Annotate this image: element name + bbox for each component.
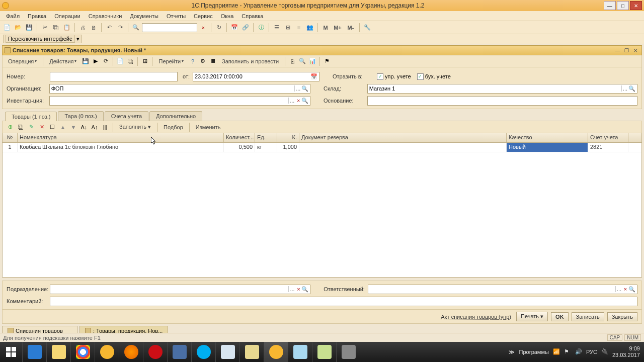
buh-checkbox[interactable]: ✓бух. учете	[417, 73, 451, 80]
tab-goods[interactable]: Товары (1 поз.)	[5, 112, 57, 121]
menu-documents[interactable]: Документы	[127, 12, 162, 20]
taskbar-chrome[interactable]	[70, 342, 95, 362]
taskbar-app1[interactable]	[167, 342, 191, 362]
hdr-ed[interactable]: Ед.	[255, 133, 277, 142]
hdr-acc[interactable]: Счет учета	[588, 133, 628, 142]
calendar-icon[interactable]: 📅	[229, 23, 239, 33]
tray-lang[interactable]: РУС	[586, 349, 597, 355]
inv-clear-icon[interactable]: ×	[295, 98, 301, 104]
taskbar-notes[interactable]	[312, 342, 336, 362]
podr-input[interactable]: ...×🔍	[50, 285, 310, 294]
m-button[interactable]: M	[320, 23, 331, 33]
hdr-k[interactable]: К.	[277, 133, 299, 142]
menu-catalogs[interactable]: Справочники	[86, 12, 125, 20]
switch-interface-button[interactable]: Переключить интерфейс ▾	[3, 35, 82, 43]
taskbar-app3[interactable]	[336, 342, 360, 362]
save-icon[interactable]: 💾	[24, 23, 34, 33]
hdr-doc[interactable]: Документ резерва	[299, 133, 507, 142]
close-button[interactable]: ✕	[630, 1, 642, 10]
barcode-icon[interactable]: |||	[101, 123, 110, 132]
sklad-open-icon[interactable]: 🔍	[628, 85, 635, 92]
podr-clear-icon[interactable]: ×	[295, 286, 301, 292]
akt-link[interactable]: Акт списания товаров (упр)	[439, 313, 513, 321]
tray-expand-icon[interactable]: ≫	[509, 349, 515, 355]
menu-operations[interactable]: Операции	[51, 12, 83, 20]
menu-reports[interactable]: Отчеты	[164, 12, 189, 20]
cut-icon[interactable]: ✂	[40, 23, 50, 33]
menu-file[interactable]: Файл	[3, 12, 23, 20]
tree-icon[interactable]: ⊞	[283, 23, 293, 33]
close-doc-button[interactable]: Закрыть	[607, 312, 637, 321]
undo-icon[interactable]: ↶	[104, 23, 114, 33]
actions-button[interactable]: Действия▾	[46, 57, 80, 66]
tray-action-icon[interactable]: ⚑	[564, 348, 571, 355]
users-icon[interactable]: 👥	[305, 23, 315, 33]
move-up-icon[interactable]: ▲	[58, 123, 67, 132]
doc-minimize-button[interactable]: —	[613, 47, 621, 54]
hdr-nom[interactable]: Номенклатура	[18, 133, 224, 142]
change-button[interactable]: Изменить	[193, 124, 224, 130]
paste-icon[interactable]: 📋	[62, 23, 72, 33]
taskbar-firefox[interactable]	[119, 342, 143, 362]
taskbar-calc[interactable]	[215, 342, 239, 362]
delete-row-icon[interactable]: ✕	[37, 123, 46, 132]
redo-icon[interactable]: ↷	[115, 23, 125, 33]
open-icon[interactable]: 📂	[13, 23, 23, 33]
cell-qual[interactable]: Новый	[507, 143, 588, 152]
cell-acc[interactable]: 2821	[588, 143, 628, 152]
taskbar-skype[interactable]	[191, 342, 215, 362]
copy-row-icon[interactable]: ⿻	[16, 123, 25, 132]
sort-asc-icon[interactable]: A↓	[79, 123, 89, 132]
org-open-icon[interactable]: 🔍	[301, 85, 308, 92]
cell-n[interactable]: 1	[3, 143, 18, 152]
structure-icon[interactable]: ☰	[272, 23, 282, 33]
otv-open-icon[interactable]: 🔍	[628, 286, 635, 293]
report-icon[interactable]: 📊	[308, 57, 317, 66]
tray-clock[interactable]: 9:09 23.03.2017	[612, 345, 640, 358]
cell-k[interactable]: 1,000	[277, 143, 299, 152]
hdr-qty[interactable]: Количест...	[224, 133, 255, 142]
tools-icon[interactable]: 🔧	[362, 23, 372, 33]
move-down-icon[interactable]: ▼	[69, 123, 78, 132]
podbor-button[interactable]: Подбор	[160, 124, 186, 130]
cell-doc[interactable]	[299, 143, 507, 152]
refresh-icon[interactable]: ↻	[214, 23, 224, 33]
save-button[interactable]: Записать	[572, 312, 604, 321]
goto-button[interactable]: Перейти▾	[155, 57, 187, 66]
taskbar-opera[interactable]	[143, 342, 167, 362]
finish-edit-icon[interactable]: ☐	[48, 123, 57, 132]
otv-input[interactable]: ...×🔍	[368, 285, 637, 294]
search-dropdown-icon[interactable]: ×	[198, 23, 208, 33]
number-input[interactable]	[50, 72, 178, 81]
post-icon[interactable]: ▶	[91, 57, 100, 66]
search-icon[interactable]: 🔍	[131, 23, 141, 33]
tray-network-icon[interactable]: 📶	[553, 348, 560, 355]
start-button[interactable]	[0, 342, 22, 362]
minimize-button[interactable]: —	[604, 1, 616, 10]
list-icon[interactable]: ≡	[294, 23, 304, 33]
taskbar-1c[interactable]	[95, 342, 119, 362]
cell-nom[interactable]: Ковбаса Шкільна 1с білокозін Глобино	[18, 143, 224, 152]
settings-icon[interactable]: ⚙	[198, 57, 207, 66]
unpost-icon[interactable]: ⟳	[101, 57, 110, 66]
taskbar-notepad[interactable]	[288, 342, 312, 362]
podr-select-icon[interactable]: ...	[288, 286, 295, 292]
copy-icon[interactable]: ⿻	[51, 23, 61, 33]
info-icon[interactable]: ⓘ	[256, 23, 266, 33]
cell-qty[interactable]: 0,500	[224, 143, 255, 152]
otv-select-icon[interactable]: ...	[615, 286, 622, 292]
ok-button[interactable]: OK	[551, 312, 569, 321]
prices-icon[interactable]: ≣	[208, 57, 217, 66]
goods-grid[interactable]: № Номенклатура Количест... Ед. К. Докуме…	[2, 133, 642, 278]
menu-edit[interactable]: Правка	[25, 12, 49, 20]
hdr-n[interactable]: №	[3, 133, 18, 142]
sort-desc-icon[interactable]: A↑	[90, 123, 99, 132]
help-icon[interactable]: ?	[188, 57, 197, 66]
inv-open-icon[interactable]: 🔍	[301, 98, 308, 104]
tab-additional[interactable]: Дополнительно	[149, 111, 202, 121]
taskbar-app2[interactable]	[239, 342, 264, 362]
save-doc-icon[interactable]: 💾	[81, 57, 90, 66]
new-icon[interactable]: 📄	[2, 23, 12, 33]
search-input[interactable]	[142, 23, 197, 32]
comm-input[interactable]	[50, 297, 637, 306]
